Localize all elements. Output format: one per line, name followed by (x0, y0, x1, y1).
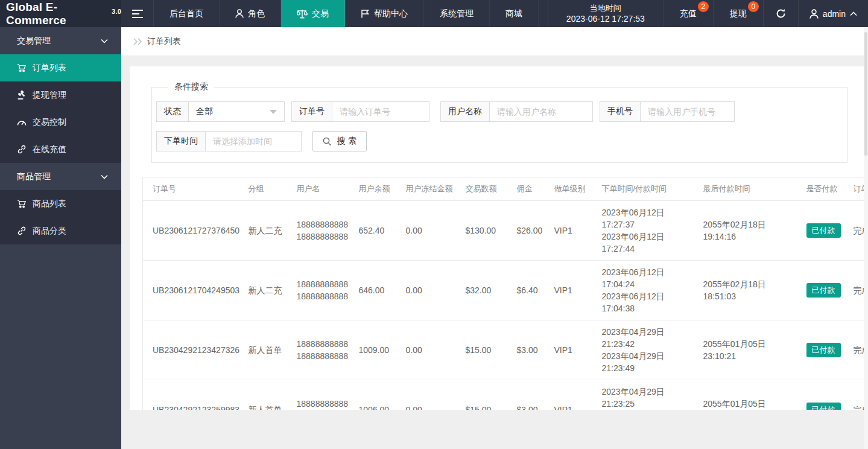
user-menu[interactable]: admin (799, 0, 868, 27)
status-field: 状态 全部 (156, 101, 285, 122)
chevron-down-icon (270, 110, 277, 114)
vertical-scrollbar[interactable] (864, 27, 868, 449)
brand-logo: Global E-Commerce 3.0 (0, 0, 121, 27)
sidebar-item-order-list[interactable]: 订单列表 (0, 54, 121, 81)
paid-status-badge: 已付款 (806, 223, 841, 238)
sidebar-item-withdraw-mgmt[interactable]: 提现管理 (0, 81, 121, 109)
nav-item-home[interactable]: 后台首页 (154, 0, 220, 27)
gavel-icon (17, 91, 27, 100)
nav-item-label: 交易 (312, 8, 329, 19)
sidebar-item-online-recharge[interactable]: 在线充值 (0, 136, 121, 163)
cart-icon (17, 199, 27, 208)
nav-item-help[interactable]: 帮助中心 (345, 0, 424, 27)
topbar-menu: 后台首页角色交易帮助中心系统管理商城 (154, 0, 539, 27)
nav-item-system[interactable]: 系统管理 (424, 0, 490, 27)
cell-balance: 646.00 (354, 261, 401, 320)
table-header-row: 订单号分组用户名用户余额用户冻结金额交易数额佣金做单级别下单时间/付款时间最后付… (143, 177, 864, 201)
cell-commission: $3.00 (512, 320, 550, 380)
breadcrumb-label: 订单列表 (147, 36, 181, 47)
username-field: 用户名称 (440, 101, 593, 122)
order-time-input[interactable] (206, 132, 301, 151)
cell-frozen: 0.00 (401, 261, 461, 320)
table-row: UB2306121704249503新人二充188888888881888888… (143, 261, 864, 320)
phone-label: 手机号 (600, 102, 641, 121)
cell-amount: $15.00 (461, 380, 512, 410)
topbar-right: 当地时间 2023-06-12 17:27:53 充值 2 提现 0 admin (548, 0, 868, 27)
recharge-button[interactable]: 充值 2 (664, 0, 714, 27)
nav-item-label: 商城 (505, 8, 522, 19)
sidebar-item-goods-category[interactable]: 商品分类 (0, 217, 121, 244)
refresh-icon (776, 8, 786, 19)
flag-icon (361, 9, 370, 18)
nav-item-label: 系统管理 (440, 8, 474, 19)
sidebar-item-label: 交易控制 (33, 117, 66, 128)
double-chevron-right-icon (133, 38, 142, 45)
cell-times: 2023年06月12日 17:27:372023年06月12日 17:27:44 (597, 201, 699, 261)
table-body: UB2306121727376450新人二充188888888881888888… (143, 201, 864, 410)
cell-order_no: UB2306121704249503 (143, 261, 244, 320)
order-no-input[interactable] (332, 102, 429, 121)
search-button[interactable]: 搜 索 (312, 131, 367, 151)
sidebar-item-trade-control[interactable]: 交易控制 (0, 109, 121, 136)
paid-status-badge: 已付款 (806, 283, 841, 298)
cell-last_pay: 2055年01月05日 23:10:21 (699, 320, 802, 380)
sidebar-item-label: 商品分类 (33, 226, 66, 237)
col-header-status: 订单状态 (849, 177, 864, 201)
chevron-down-icon (101, 39, 108, 43)
orders-table-wrap: 订单号分组用户名用户余额用户冻结金额交易数额佣金做单级别下单时间/付款时间最后付… (142, 177, 864, 410)
sidebar: 交易管理订单列表提现管理交易控制在线充值商品管理商品列表商品分类 (0, 27, 121, 449)
scrollbar-thumb[interactable] (864, 32, 867, 156)
search-row-1: 状态 全部 订单号 用户名称 手机 (156, 101, 838, 122)
paid-status-badge: 已付款 (806, 343, 841, 357)
paid-status-badge: 已付款 (806, 403, 841, 410)
chevron-down-icon (101, 174, 108, 179)
nav-item-mall[interactable]: 商城 (490, 0, 539, 27)
sidebar-group-goods-mgmt[interactable]: 商品管理 (0, 163, 121, 190)
sidebar-group-label: 商品管理 (17, 171, 51, 182)
phone-input[interactable] (641, 102, 734, 121)
cell-level: VIP1 (550, 380, 597, 410)
link-icon (17, 226, 27, 235)
local-time-label: 当地时间 (590, 3, 621, 13)
status-select-value: 全部 (196, 106, 213, 117)
nav-item-trade[interactable]: 交易 (281, 0, 345, 27)
recharge-badge: 2 (698, 1, 709, 12)
withdraw-button[interactable]: 提现 0 (714, 0, 764, 27)
cell-order_no: UB2304292123427326 (143, 320, 244, 380)
nav-item-roles[interactable]: 角色 (220, 0, 281, 27)
cell-commission: $6.40 (512, 261, 550, 320)
col-header-times: 下单时间/付款时间 (597, 177, 699, 201)
phone-field: 手机号 (600, 101, 735, 122)
nav-item-label: 帮助中心 (374, 8, 408, 19)
local-time-value: 2023-06-12 17:27:53 (566, 13, 645, 24)
cell-group: 新人首单 (244, 320, 292, 380)
table-row: UB2304292123259983新人首单188888888881888888… (143, 380, 864, 410)
cell-balance: 1009.00 (354, 320, 401, 380)
cell-paid: 已付款 (802, 380, 849, 410)
col-header-last_pay: 最后付款时间 (699, 177, 802, 201)
chevron-up-icon (850, 11, 857, 16)
refresh-button[interactable] (764, 0, 799, 27)
sidebar-item-goods-list[interactable]: 商品列表 (0, 190, 121, 217)
user-name: admin (823, 9, 846, 19)
cell-last_pay: 2055年01月05日 23:10:04 (699, 380, 802, 410)
sidebar-group-trade-mgmt[interactable]: 交易管理 (0, 27, 121, 54)
content: 条件搜索 状态 全部 订单号 用户名称 (121, 66, 868, 449)
order-time-label: 下单时间 (157, 132, 206, 151)
link-icon (17, 145, 27, 154)
username-input[interactable] (490, 102, 592, 121)
sidebar-item-label: 提现管理 (33, 90, 66, 101)
status-select[interactable]: 全部 (189, 102, 284, 121)
cell-last_pay: 2055年02月18日 19:14:16 (699, 201, 802, 261)
withdraw-badge: 0 (748, 1, 759, 12)
search-button-label: 搜 索 (337, 136, 356, 147)
col-header-amount: 交易数额 (461, 177, 512, 201)
cell-times: 2023年04月29日 21:23:422023年04月29日 21:23:49 (597, 320, 699, 380)
sidebar-toggle-button[interactable] (121, 0, 154, 27)
cell-status: 完成付款 (849, 261, 864, 320)
search-panel-legend: 条件搜索 (168, 81, 214, 92)
cell-balance: 1006.00 (354, 380, 401, 410)
cell-user: 1888888888818888888888 (292, 380, 354, 410)
search-icon (323, 137, 332, 146)
col-header-order_no: 订单号 (143, 177, 244, 201)
